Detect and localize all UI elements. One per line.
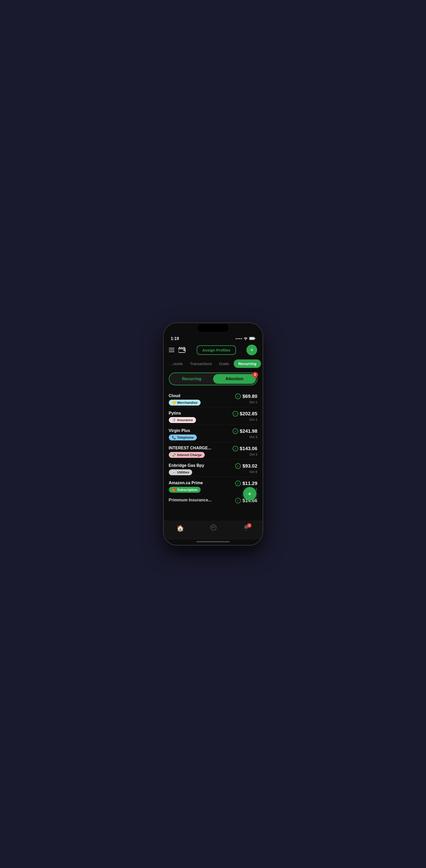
tx-amount-row: ✓ $143.06 <box>233 446 257 452</box>
tx-date: Oct 3 <box>249 435 257 439</box>
tag-label: Interest Charge <box>177 453 202 457</box>
tx-left-amazon: Amazon.ca Prime 🎁 Subscription <box>169 480 203 493</box>
battery-icon <box>249 337 255 341</box>
wifi-icon <box>244 337 248 341</box>
tag-label: Subscription <box>177 488 197 492</box>
fab-add-button[interactable]: + <box>243 487 256 500</box>
tx-left-interest: INTEREST CHARGE... 💸 Interest Charge <box>169 446 211 458</box>
attention-label: Attention <box>225 377 243 381</box>
tag-emoji: 🛡️ <box>172 418 176 422</box>
tx-left-virgin: Virgin Plus 📞 Telephone <box>169 428 197 440</box>
header: Assign Profiles + <box>164 343 263 359</box>
recurring-toggle: Recurring Attention 0 <box>169 373 257 385</box>
tag-emoji: 🎁 <box>172 488 176 492</box>
tx-right-pytins: ✓ $202.85 Oct 1 <box>233 411 257 422</box>
tab-transactions[interactable]: Transactions <box>187 360 214 368</box>
tx-date: Oct 6 <box>249 470 257 474</box>
tx-amount: $69.80 <box>242 394 257 399</box>
tx-left-primmum: Primmum Insurance... <box>169 498 212 504</box>
tag-emoji: 📞 <box>172 436 176 439</box>
toggle-recurring[interactable]: Recurring <box>170 374 213 384</box>
tx-name: Cloud <box>169 394 201 398</box>
plus-icon: + <box>250 347 253 353</box>
svg-rect-2 <box>254 338 255 339</box>
nav-home[interactable]: 🏠 <box>177 525 184 532</box>
tag-label: Insurance <box>177 418 193 422</box>
tx-amount-row: ✓ $11.29 <box>235 480 257 486</box>
nav-messages[interactable] <box>210 524 217 532</box>
tx-name: Virgin Plus <box>169 428 197 433</box>
tx-tag[interactable]: 📞 Telephone <box>169 435 197 440</box>
tx-name: INTEREST CHARGE... <box>169 446 211 451</box>
status-bar: 1:19 <box>164 333 263 343</box>
home-icon: 🏠 <box>177 525 184 532</box>
tag-emoji: ☠️ <box>172 470 176 474</box>
svg-point-5 <box>183 350 184 350</box>
tag-emoji: 💸 <box>172 453 176 457</box>
tx-date: Oct 1 <box>249 417 257 422</box>
tx-name: Primmum Insurance... <box>169 498 212 502</box>
transaction-item[interactable]: INTEREST CHARGE... 💸 Interest Charge ✓ $… <box>169 442 257 460</box>
svg-point-7 <box>245 530 247 531</box>
tx-tag[interactable]: 💸 Interest Charge <box>169 452 205 458</box>
check-icon: ✓ <box>233 428 238 434</box>
tx-name: Pytins <box>169 411 196 415</box>
tx-right-virgin: ✓ $241.98 Oct 3 <box>233 428 257 439</box>
tx-tag[interactable]: 🛡️ Insurance <box>169 417 196 423</box>
tx-left-pytins: Pytins 🛡️ Insurance <box>169 411 196 423</box>
tx-left-enbridge: Enbridge Gas Bpy ☠️ Utilities <box>169 463 205 475</box>
tag-label: Merchandise <box>177 401 197 405</box>
hamburger-menu[interactable] <box>169 348 175 352</box>
transaction-item[interactable]: Cloud 🟡 Merchandise ✓ $69.80 Oct 1 <box>169 390 257 407</box>
header-left <box>169 346 186 353</box>
tabs-bar: ...ounts Transactions Goals Recurring <box>164 359 263 371</box>
attention-badge: 0 <box>252 372 258 378</box>
bottom-nav: 🏠 3 <box>164 521 263 539</box>
tx-amount-row: ✓ $93.02 <box>235 463 257 469</box>
status-time: 1:19 <box>171 336 179 341</box>
tx-amount-row: ✓ $241.98 <box>233 428 257 434</box>
svg-rect-1 <box>249 337 254 339</box>
signal-dot-3 <box>239 338 240 339</box>
tx-tag[interactable]: 🎁 Subscription <box>169 487 201 493</box>
transaction-item[interactable]: Pytins 🛡️ Insurance ✓ $202.85 Oct 1 <box>169 407 257 425</box>
tag-label: Utilities <box>177 470 189 474</box>
wallet-icon <box>178 346 186 353</box>
tx-right-cloud: ✓ $69.80 Oct 1 <box>235 394 257 404</box>
tx-amount: $11.29 <box>242 480 257 486</box>
tx-tag[interactable]: 🟡 Merchandise <box>169 400 201 406</box>
home-indicator <box>196 541 230 542</box>
tab-goals[interactable]: Goals <box>216 360 232 368</box>
tx-amount: $202.85 <box>240 411 257 416</box>
tx-left-cloud: Cloud 🟡 Merchandise <box>169 394 201 406</box>
assign-profiles-button[interactable]: Assign Profiles <box>197 345 236 355</box>
phone-screen: 1:19 <box>164 323 263 545</box>
tx-name: Enbridge Gas Bpy <box>169 463 205 468</box>
toggle-attention[interactable]: Attention 0 <box>213 374 256 384</box>
phone-frame: 1:19 <box>163 322 263 546</box>
check-icon: ✓ <box>233 411 238 416</box>
transaction-item[interactable]: Enbridge Gas Bpy ☠️ Utilities ✓ $93.02 O… <box>169 460 257 477</box>
tx-name: Amazon.ca Prime <box>169 480 203 485</box>
tx-right-interest: ✓ $143.06 Oct 3 <box>233 446 257 456</box>
check-icon: ✓ <box>235 498 241 503</box>
notification-badge: 3 <box>247 523 251 528</box>
check-icon: ✓ <box>233 446 238 452</box>
tx-date: Oct 3 <box>249 453 257 456</box>
transaction-item[interactable]: Virgin Plus 📞 Telephone ✓ $241.98 Oct 3 <box>169 425 257 442</box>
tab-recurring[interactable]: Recurring <box>234 360 261 368</box>
signal-dots <box>236 338 242 339</box>
tx-date: Oct 1 <box>249 400 257 404</box>
tab-accounts[interactable]: ...ounts <box>168 360 185 368</box>
status-icons <box>236 337 255 341</box>
check-icon: ✓ <box>235 463 241 469</box>
tx-amount-row: ✓ $202.85 <box>233 411 257 416</box>
tag-emoji: 🟡 <box>172 401 176 405</box>
tx-tag[interactable]: ☠️ Utilities <box>169 469 192 475</box>
tx-right-enbridge: ✓ $93.02 Oct 6 <box>235 463 257 474</box>
add-button[interactable]: + <box>246 345 257 355</box>
check-icon: ✓ <box>235 394 241 399</box>
nav-notifications[interactable]: 3 <box>243 524 249 532</box>
tx-amount: $241.98 <box>240 428 257 434</box>
tx-amount: $143.06 <box>240 446 257 452</box>
